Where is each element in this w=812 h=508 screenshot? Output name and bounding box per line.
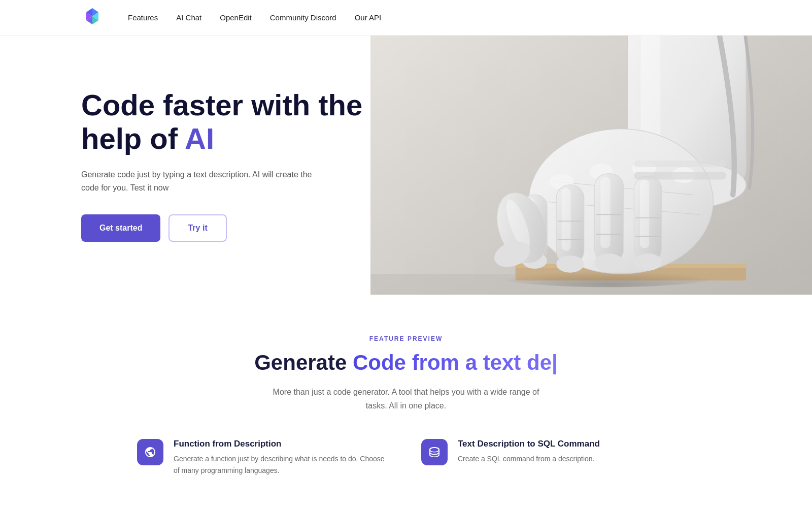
feature-card-title-0: Function from Description: [174, 439, 391, 449]
nav-item-community-discord[interactable]: Community Discord: [270, 13, 336, 22]
hero-title-text: Code faster with the help of: [81, 88, 362, 155]
nav-item-features[interactable]: Features: [128, 13, 158, 22]
try-it-button[interactable]: Try it: [168, 214, 226, 242]
nav-item-ai-chat[interactable]: AI Chat: [176, 13, 201, 22]
hero-title: Code faster with the help of AI: [81, 88, 370, 156]
section-tag: FEATURE PREVIEW: [81, 335, 731, 342]
feature-card-title-1: Text Description to SQL Command: [458, 439, 600, 449]
nav-links: Features AI Chat OpenEdit Community Disc…: [128, 13, 381, 22]
logo[interactable]: [81, 7, 104, 29]
nav-item-openedit[interactable]: OpenEdit: [220, 13, 252, 22]
hero-image: [370, 36, 812, 295]
feature-icon-database: [421, 439, 448, 465]
hero-title-ai: AI: [185, 122, 214, 155]
svg-rect-28: [562, 188, 571, 250]
svg-rect-33: [600, 177, 610, 248]
svg-rect-46: [634, 161, 726, 167]
feature-cards: Function from Description Generate a fun…: [81, 439, 731, 486]
feature-card-desc-0: Generate a function just by describing w…: [174, 453, 391, 476]
section-subtitle: More than just a code generator. A tool …: [264, 385, 548, 412]
hero-subtitle: Generate code just by typing a text desc…: [81, 168, 325, 194]
feature-card-desc-1: Create a SQL command from a description.: [458, 453, 600, 464]
section-title-part2: Code from a text de|: [353, 351, 558, 374]
svg-point-47: [489, 261, 726, 287]
robot-image: [370, 36, 812, 295]
hero-content: Code faster with the help of AI Generate…: [0, 36, 370, 295]
section-title-part1: Generate: [254, 351, 353, 374]
svg-rect-38: [640, 180, 649, 248]
hero-section: Code faster with the help of AI Generate…: [0, 36, 812, 295]
nav-item-our-api[interactable]: Our API: [355, 13, 382, 22]
features-section: FEATURE PREVIEW Generate Code from a tex…: [0, 295, 812, 508]
globe-icon: [144, 446, 156, 458]
navbar: Features AI Chat OpenEdit Community Disc…: [0, 0, 812, 36]
feature-card-content-1: Text Description to SQL Command Create a…: [458, 439, 600, 464]
feature-card-0: Function from Description Generate a fun…: [137, 439, 391, 476]
get-started-button[interactable]: Get started: [81, 214, 160, 242]
section-title: Generate Code from a text de|: [81, 351, 731, 375]
svg-rect-45: [634, 172, 726, 180]
hero-buttons: Get started Try it: [81, 214, 370, 242]
feature-card-content-0: Function from Description Generate a fun…: [174, 439, 391, 476]
feature-icon-globe: [137, 439, 163, 465]
feature-card-1: Text Description to SQL Command Create a…: [421, 439, 675, 476]
database-icon: [428, 446, 441, 458]
